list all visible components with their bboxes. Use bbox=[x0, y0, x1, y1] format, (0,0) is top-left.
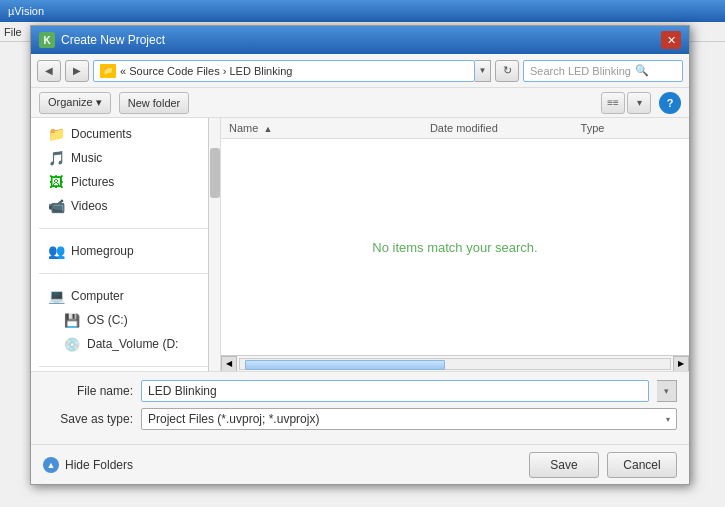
new-folder-label: New folder bbox=[128, 97, 181, 109]
cancel-button[interactable]: Cancel bbox=[607, 452, 677, 478]
savetype-dropdown-arrow: ▾ bbox=[666, 415, 670, 424]
os-c-label: OS (C:) bbox=[87, 313, 128, 327]
organize-label: Organize ▾ bbox=[48, 96, 102, 109]
column-date-label: Date modified bbox=[430, 122, 498, 134]
savetype-value: Project Files (*.uvproj; *.uvprojx) bbox=[148, 412, 319, 426]
savetype-row: Save as type: Project Files (*.uvproj; *… bbox=[43, 408, 677, 430]
app-titlebar: µVision bbox=[0, 0, 725, 22]
nav-group-favorites: 📁 Documents 🎵 Music 🖼 Pictures 📹 Videos bbox=[31, 118, 220, 222]
help-button[interactable]: ? bbox=[659, 92, 681, 114]
nav-divider-3 bbox=[39, 366, 212, 367]
search-bar[interactable]: Search LED Blinking 🔍 bbox=[523, 60, 683, 82]
view-dropdown-button[interactable]: ▾ bbox=[627, 92, 651, 114]
data-volume-icon: 💿 bbox=[63, 336, 81, 352]
hide-folders-icon: ▲ bbox=[43, 457, 59, 473]
pictures-label: Pictures bbox=[71, 175, 114, 189]
search-icon: 🔍 bbox=[635, 64, 649, 77]
savetype-dropdown[interactable]: Project Files (*.uvproj; *.uvprojx) ▾ bbox=[141, 408, 677, 430]
nav-group-homegroup: 👥 Homegroup bbox=[31, 235, 220, 267]
documents-label: Documents bbox=[71, 127, 132, 141]
sort-arrow: ▲ bbox=[263, 124, 272, 134]
menu-file[interactable]: File bbox=[4, 26, 22, 38]
column-type-label: Type bbox=[581, 122, 605, 134]
computer-icon: 💻 bbox=[47, 288, 65, 304]
back-button[interactable]: ◀ bbox=[37, 60, 61, 82]
sidebar-item-videos[interactable]: 📹 Videos bbox=[39, 194, 212, 218]
content-area: 📁 Documents 🎵 Music 🖼 Pictures 📹 Videos bbox=[31, 118, 689, 371]
file-list-content: No items match your search. bbox=[221, 139, 689, 355]
toolbar: Organize ▾ New folder ≡≡ ▾ ? bbox=[31, 88, 689, 118]
app-title: µVision bbox=[8, 5, 44, 17]
action-bar: ▲ Hide Folders Save Cancel bbox=[31, 444, 689, 484]
empty-message: No items match your search. bbox=[372, 240, 537, 255]
filename-label: File name: bbox=[43, 384, 133, 398]
nav-group-computer: 💻 Computer 💾 OS (C:) 💿 Data_Volume (D: bbox=[31, 280, 220, 360]
dialog-close-button[interactable]: ✕ bbox=[661, 31, 681, 49]
sidebar-item-documents[interactable]: 📁 Documents bbox=[39, 122, 212, 146]
breadcrumb-path: « Source Code Files › LED Blinking bbox=[120, 65, 292, 77]
nav-panel: 📁 Documents 🎵 Music 🖼 Pictures 📹 Videos bbox=[31, 118, 221, 371]
file-list-header: Name ▲ Date modified Type bbox=[221, 118, 689, 139]
data-volume-label: Data_Volume (D: bbox=[87, 337, 178, 351]
filename-input[interactable] bbox=[141, 380, 649, 402]
file-list-panel: Name ▲ Date modified Type No items match… bbox=[221, 118, 689, 371]
homegroup-label: Homegroup bbox=[71, 244, 134, 258]
os-c-icon: 💾 bbox=[63, 312, 81, 328]
breadcrumb[interactable]: 📁 « Source Code Files › LED Blinking bbox=[93, 60, 475, 82]
nav-divider-1 bbox=[39, 228, 212, 229]
sidebar-item-os-c[interactable]: 💾 OS (C:) bbox=[39, 308, 212, 332]
dialog-titlebar: K Create New Project ✕ bbox=[31, 26, 689, 54]
filename-dropdown-button[interactable]: ▾ bbox=[657, 380, 677, 402]
action-buttons: Save Cancel bbox=[529, 452, 677, 478]
sidebar-item-homegroup[interactable]: 👥 Homegroup bbox=[39, 239, 212, 263]
column-type: Type bbox=[581, 122, 681, 134]
address-bar: ◀ ▶ 📁 « Source Code Files › LED Blinking… bbox=[31, 54, 689, 88]
computer-label: Computer bbox=[71, 289, 124, 303]
dialog-app-icon: K bbox=[39, 32, 55, 48]
new-folder-button[interactable]: New folder bbox=[119, 92, 190, 114]
filename-row: File name: ▾ bbox=[43, 380, 677, 402]
column-name[interactable]: Name ▲ bbox=[229, 122, 430, 134]
refresh-button[interactable]: ↻ bbox=[495, 60, 519, 82]
nav-scroll-thumb bbox=[210, 148, 220, 198]
organize-button[interactable]: Organize ▾ bbox=[39, 92, 111, 114]
scroll-left-button[interactable]: ◀ bbox=[221, 356, 237, 372]
dialog-title: Create New Project bbox=[61, 33, 661, 47]
sidebar-item-computer[interactable]: 💻 Computer bbox=[39, 284, 212, 308]
sidebar-item-data-volume[interactable]: 💿 Data_Volume (D: bbox=[39, 332, 212, 356]
search-placeholder: Search LED Blinking bbox=[530, 65, 631, 77]
view-button[interactable]: ≡≡ bbox=[601, 92, 625, 114]
scroll-thumb bbox=[245, 360, 445, 370]
save-button[interactable]: Save bbox=[529, 452, 599, 478]
scroll-right-button[interactable]: ▶ bbox=[673, 356, 689, 372]
forward-button[interactable]: ▶ bbox=[65, 60, 89, 82]
sidebar-item-music[interactable]: 🎵 Music bbox=[39, 146, 212, 170]
breadcrumb-dropdown[interactable]: ▼ bbox=[475, 60, 491, 82]
form-section: File name: ▾ Save as type: Project Files… bbox=[31, 371, 689, 444]
homegroup-icon: 👥 bbox=[47, 243, 65, 259]
nav-scrollbar[interactable] bbox=[208, 118, 220, 371]
savetype-label: Save as type: bbox=[43, 412, 133, 426]
nav-divider-2 bbox=[39, 273, 212, 274]
create-project-dialog: K Create New Project ✕ ◀ ▶ 📁 « Source Co… bbox=[30, 25, 690, 485]
music-icon: 🎵 bbox=[47, 150, 65, 166]
hide-folders-label: Hide Folders bbox=[65, 458, 133, 472]
horizontal-scrollbar[interactable]: ◀ ▶ bbox=[221, 355, 689, 371]
sidebar-item-pictures[interactable]: 🖼 Pictures bbox=[39, 170, 212, 194]
column-name-label: Name bbox=[229, 122, 258, 134]
hide-folders-button[interactable]: ▲ Hide Folders bbox=[43, 457, 133, 473]
scroll-track[interactable] bbox=[239, 358, 671, 370]
documents-icon: 📁 bbox=[47, 126, 65, 142]
column-date: Date modified bbox=[430, 122, 581, 134]
breadcrumb-folder-icon: 📁 bbox=[100, 64, 116, 78]
pictures-icon: 🖼 bbox=[47, 174, 65, 190]
videos-icon: 📹 bbox=[47, 198, 65, 214]
music-label: Music bbox=[71, 151, 102, 165]
videos-label: Videos bbox=[71, 199, 107, 213]
